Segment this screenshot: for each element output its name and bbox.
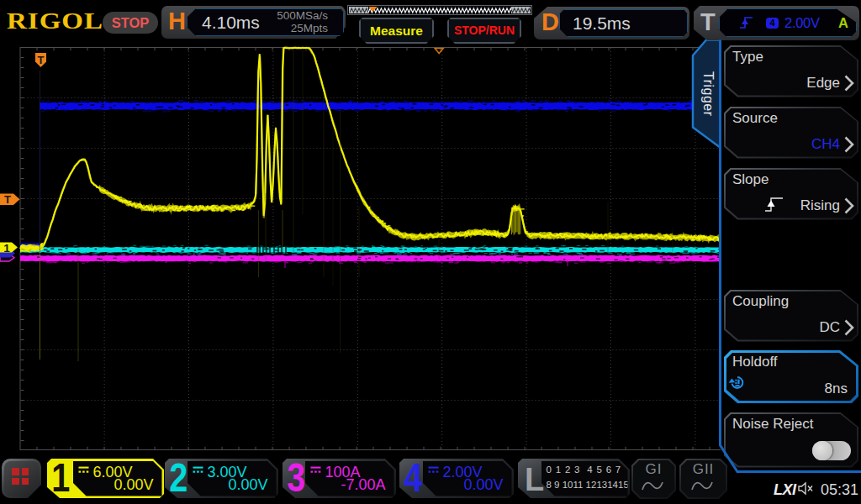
svg-text:T: T: [38, 54, 45, 66]
svg-text:1: 1: [3, 242, 10, 255]
svg-text:T: T: [4, 193, 11, 206]
